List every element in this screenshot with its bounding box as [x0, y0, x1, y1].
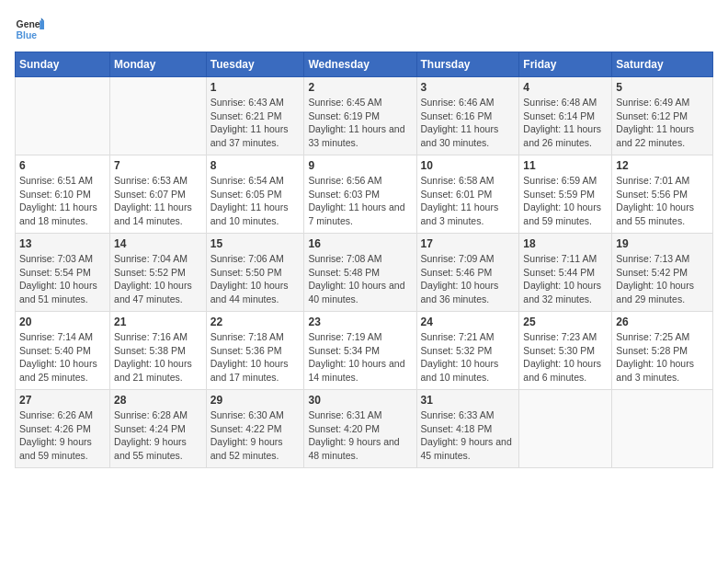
- day-detail: Sunrise: 7:09 AM Sunset: 5:46 PM Dayligh…: [421, 252, 516, 306]
- day-number: 29: [210, 394, 301, 407]
- day-number: 15: [210, 237, 301, 250]
- calendar-cell: 17Sunrise: 7:09 AM Sunset: 5:46 PM Dayli…: [416, 234, 519, 312]
- day-number: 13: [19, 237, 106, 250]
- day-number: 16: [308, 237, 412, 250]
- calendar-cell: [110, 77, 207, 155]
- svg-marker-2: [40, 20, 44, 29]
- day-number: 19: [616, 237, 709, 250]
- weekday-header-sunday: Sunday: [16, 52, 110, 77]
- svg-text:Blue: Blue: [17, 30, 38, 40]
- calendar-cell: 7Sunrise: 6:53 AM Sunset: 6:07 PM Daylig…: [110, 155, 207, 234]
- day-detail: Sunrise: 6:58 AM Sunset: 6:01 PM Dayligh…: [421, 174, 516, 228]
- day-detail: Sunrise: 6:46 AM Sunset: 6:16 PM Dayligh…: [421, 96, 516, 150]
- calendar-cell: 16Sunrise: 7:08 AM Sunset: 5:48 PM Dayli…: [304, 234, 416, 312]
- calendar-week-row: 6Sunrise: 6:51 AM Sunset: 6:10 PM Daylig…: [16, 155, 713, 234]
- calendar-cell: 25Sunrise: 7:23 AM Sunset: 5:30 PM Dayli…: [519, 312, 612, 390]
- weekday-header-friday: Friday: [519, 52, 612, 77]
- day-detail: Sunrise: 6:54 AM Sunset: 6:05 PM Dayligh…: [210, 174, 301, 228]
- calendar-cell: [519, 390, 612, 468]
- day-number: 5: [616, 81, 709, 94]
- day-number: 12: [616, 159, 709, 172]
- calendar-cell: 24Sunrise: 7:21 AM Sunset: 5:32 PM Dayli…: [416, 312, 519, 390]
- day-detail: Sunrise: 7:21 AM Sunset: 5:32 PM Dayligh…: [421, 330, 516, 385]
- calendar-cell: 11Sunrise: 6:59 AM Sunset: 5:59 PM Dayli…: [519, 155, 612, 234]
- calendar-cell: 28Sunrise: 6:28 AM Sunset: 4:24 PM Dayli…: [110, 390, 207, 468]
- calendar-cell: 15Sunrise: 7:06 AM Sunset: 5:50 PM Dayli…: [206, 234, 304, 312]
- calendar-cell: 9Sunrise: 6:56 AM Sunset: 6:03 PM Daylig…: [304, 155, 416, 234]
- day-detail: Sunrise: 7:19 AM Sunset: 5:34 PM Dayligh…: [308, 330, 412, 385]
- calendar-table: SundayMondayTuesdayWednesdayThursdayFrid…: [15, 52, 713, 468]
- day-number: 8: [210, 159, 301, 172]
- day-detail: Sunrise: 6:59 AM Sunset: 5:59 PM Dayligh…: [523, 174, 608, 228]
- day-number: 17: [421, 237, 516, 250]
- calendar-cell: 12Sunrise: 7:01 AM Sunset: 5:56 PM Dayli…: [612, 155, 713, 234]
- day-number: 6: [19, 159, 106, 172]
- calendar-cell: 14Sunrise: 7:04 AM Sunset: 5:52 PM Dayli…: [110, 234, 207, 312]
- calendar-cell: 2Sunrise: 6:45 AM Sunset: 6:19 PM Daylig…: [304, 77, 416, 155]
- day-number: 31: [421, 394, 516, 407]
- day-detail: Sunrise: 6:48 AM Sunset: 6:14 PM Dayligh…: [523, 96, 608, 150]
- day-number: 27: [19, 394, 106, 407]
- calendar-cell: 23Sunrise: 7:19 AM Sunset: 5:34 PM Dayli…: [304, 312, 416, 390]
- calendar-cell: 30Sunrise: 6:31 AM Sunset: 4:20 PM Dayli…: [304, 390, 416, 468]
- day-detail: Sunrise: 7:16 AM Sunset: 5:38 PM Dayligh…: [114, 330, 202, 385]
- day-number: 2: [308, 81, 412, 94]
- day-detail: Sunrise: 7:04 AM Sunset: 5:52 PM Dayligh…: [114, 252, 202, 306]
- day-number: 7: [114, 159, 202, 172]
- day-detail: Sunrise: 6:53 AM Sunset: 6:07 PM Dayligh…: [114, 174, 202, 228]
- day-detail: Sunrise: 7:25 AM Sunset: 5:28 PM Dayligh…: [616, 330, 709, 385]
- day-number: 10: [421, 159, 516, 172]
- day-number: 25: [523, 316, 608, 328]
- calendar-cell: 21Sunrise: 7:16 AM Sunset: 5:38 PM Dayli…: [110, 312, 207, 390]
- day-number: 4: [523, 81, 608, 94]
- calendar-cell: 29Sunrise: 6:30 AM Sunset: 4:22 PM Dayli…: [206, 390, 304, 468]
- weekday-header-saturday: Saturday: [612, 52, 713, 77]
- day-detail: Sunrise: 6:43 AM Sunset: 6:21 PM Dayligh…: [210, 96, 301, 150]
- day-number: 23: [308, 316, 412, 328]
- day-detail: Sunrise: 7:01 AM Sunset: 5:56 PM Dayligh…: [616, 174, 709, 228]
- calendar-cell: [16, 77, 110, 155]
- calendar-cell: 26Sunrise: 7:25 AM Sunset: 5:28 PM Dayli…: [612, 312, 713, 390]
- calendar-cell: 6Sunrise: 6:51 AM Sunset: 6:10 PM Daylig…: [16, 155, 110, 234]
- day-number: 1: [210, 81, 301, 94]
- calendar-cell: 18Sunrise: 7:11 AM Sunset: 5:44 PM Dayli…: [519, 234, 612, 312]
- calendar-week-row: 20Sunrise: 7:14 AM Sunset: 5:40 PM Dayli…: [16, 312, 713, 390]
- day-detail: Sunrise: 7:18 AM Sunset: 5:36 PM Dayligh…: [210, 330, 301, 385]
- calendar-cell: 13Sunrise: 7:03 AM Sunset: 5:54 PM Dayli…: [16, 234, 110, 312]
- day-detail: Sunrise: 6:28 AM Sunset: 4:24 PM Dayligh…: [114, 408, 202, 463]
- day-number: 3: [421, 81, 516, 94]
- day-number: 20: [19, 316, 106, 328]
- day-detail: Sunrise: 7:23 AM Sunset: 5:30 PM Dayligh…: [523, 330, 608, 385]
- day-number: 30: [308, 394, 412, 407]
- calendar-cell: 31Sunrise: 6:33 AM Sunset: 4:18 PM Dayli…: [416, 390, 519, 468]
- day-detail: Sunrise: 6:33 AM Sunset: 4:18 PM Dayligh…: [421, 408, 516, 463]
- day-detail: Sunrise: 7:06 AM Sunset: 5:50 PM Dayligh…: [210, 252, 301, 306]
- day-number: 11: [523, 159, 608, 172]
- day-detail: Sunrise: 6:31 AM Sunset: 4:20 PM Dayligh…: [308, 408, 412, 463]
- day-number: 28: [114, 394, 202, 407]
- day-detail: Sunrise: 6:30 AM Sunset: 4:22 PM Dayligh…: [210, 408, 301, 463]
- calendar-cell: 3Sunrise: 6:46 AM Sunset: 6:16 PM Daylig…: [416, 77, 519, 155]
- weekday-header-monday: Monday: [110, 52, 207, 77]
- day-number: 26: [616, 316, 709, 328]
- day-number: 22: [210, 316, 301, 328]
- calendar-cell: 10Sunrise: 6:58 AM Sunset: 6:01 PM Dayli…: [416, 155, 519, 234]
- calendar-cell: 1Sunrise: 6:43 AM Sunset: 6:21 PM Daylig…: [206, 77, 304, 155]
- calendar-week-row: 27Sunrise: 6:26 AM Sunset: 4:26 PM Dayli…: [16, 390, 713, 468]
- calendar-cell: [612, 390, 713, 468]
- day-detail: Sunrise: 6:45 AM Sunset: 6:19 PM Dayligh…: [308, 96, 412, 150]
- page-header: General Blue: [15, 15, 713, 44]
- calendar-cell: 8Sunrise: 6:54 AM Sunset: 6:05 PM Daylig…: [206, 155, 304, 234]
- calendar-cell: 4Sunrise: 6:48 AM Sunset: 6:14 PM Daylig…: [519, 77, 612, 155]
- day-number: 21: [114, 316, 202, 328]
- day-detail: Sunrise: 6:51 AM Sunset: 6:10 PM Dayligh…: [19, 174, 106, 228]
- day-number: 18: [523, 237, 608, 250]
- day-detail: Sunrise: 7:14 AM Sunset: 5:40 PM Dayligh…: [19, 330, 106, 385]
- weekday-header-tuesday: Tuesday: [206, 52, 304, 77]
- day-detail: Sunrise: 7:11 AM Sunset: 5:44 PM Dayligh…: [523, 252, 608, 306]
- day-detail: Sunrise: 6:26 AM Sunset: 4:26 PM Dayligh…: [19, 408, 106, 463]
- day-number: 14: [114, 237, 202, 250]
- calendar-cell: 22Sunrise: 7:18 AM Sunset: 5:36 PM Dayli…: [206, 312, 304, 390]
- day-detail: Sunrise: 6:56 AM Sunset: 6:03 PM Dayligh…: [308, 174, 412, 228]
- calendar-cell: 5Sunrise: 6:49 AM Sunset: 6:12 PM Daylig…: [612, 77, 713, 155]
